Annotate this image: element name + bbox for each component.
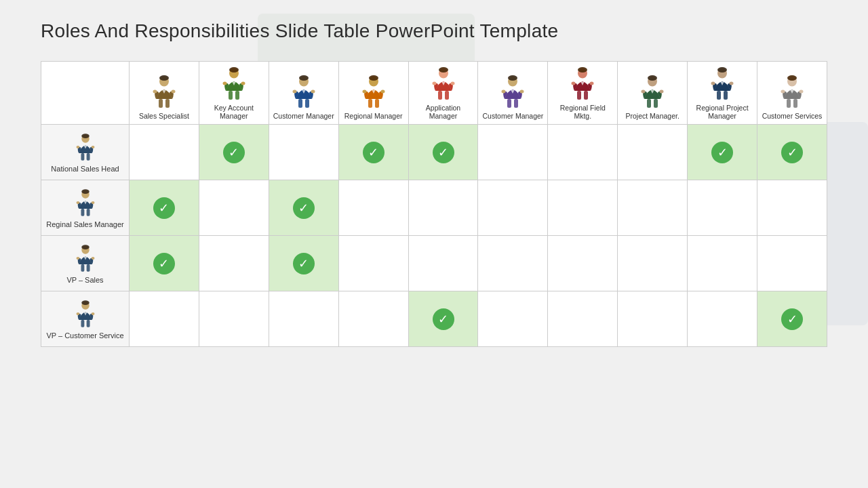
svg-point-74: [76, 256, 79, 259]
cell-r2-c2: ✓: [269, 236, 338, 291]
header-label-2: Customer Manager: [273, 112, 334, 120]
header-col-7: Project Manager.: [618, 62, 688, 125]
table-row: VP – Sales ✓✓: [41, 236, 827, 291]
svg-point-67: [81, 189, 89, 194]
svg-point-33: [520, 90, 524, 94]
cell-r1-c5: [478, 180, 548, 236]
svg-rect-83: [86, 320, 90, 327]
svg-rect-70: [81, 209, 84, 216]
svg-rect-17: [305, 99, 309, 108]
cell-r1-c1: [199, 180, 269, 236]
cell-r1-c8: [688, 180, 757, 236]
svg-point-51: [730, 82, 734, 85]
check-mark: ✓: [433, 308, 454, 330]
cell-r0-c2: [269, 125, 338, 180]
header-label-0: Sales Specialist: [139, 112, 189, 120]
header-col-9: Customer Services: [757, 62, 827, 125]
svg-point-80: [76, 312, 79, 314]
header-label-7: Project Manager.: [625, 112, 679, 120]
svg-point-14: [292, 90, 296, 94]
svg-rect-23: [375, 99, 379, 108]
cell-r3-c6: [548, 291, 618, 347]
header-col-3: Regional Manager: [338, 62, 408, 125]
svg-point-2: [153, 90, 157, 94]
header-label-8: Regional Project Manager: [690, 104, 754, 120]
main-content: Roles And Responsibilities Slide Table P…: [0, 0, 868, 361]
svg-point-19: [369, 75, 378, 81]
header-col-4: Application Manager: [408, 62, 478, 125]
cell-r2-c7: [618, 236, 688, 291]
cell-r0-c4: ✓: [408, 125, 478, 180]
svg-point-63: [91, 145, 94, 148]
svg-rect-41: [584, 91, 588, 100]
cell-r3-c8: [688, 291, 757, 347]
svg-point-21: [380, 90, 384, 94]
svg-point-79: [81, 300, 89, 305]
header-icon-3: [358, 74, 389, 109]
svg-point-37: [578, 67, 587, 73]
header-icon-2: [288, 74, 319, 109]
svg-rect-47: [654, 99, 658, 108]
svg-point-32: [502, 90, 506, 94]
cell-r1-c2: ✓: [269, 180, 338, 236]
svg-rect-65: [86, 153, 90, 161]
row-label-1: Reginal Sales Manager: [41, 180, 130, 236]
svg-point-55: [787, 75, 797, 81]
check-mark: ✓: [433, 142, 454, 163]
cell-r2-c8: [688, 236, 757, 291]
cell-r2-c6: [548, 236, 618, 291]
svg-rect-22: [368, 99, 372, 108]
svg-point-73: [81, 245, 89, 249]
row-icon-3: [72, 299, 99, 329]
cell-r1-c4: [408, 180, 478, 236]
cell-r3-c5: [478, 291, 548, 347]
svg-point-8: [222, 82, 226, 85]
svg-rect-71: [86, 209, 90, 216]
svg-rect-34: [507, 99, 511, 108]
svg-point-1: [159, 75, 169, 81]
svg-rect-52: [717, 91, 721, 100]
row-icon-0: [72, 132, 99, 162]
check-mark: ✓: [153, 253, 175, 274]
svg-point-25: [439, 67, 448, 73]
cell-r2-c3: [338, 236, 408, 291]
svg-point-68: [76, 201, 79, 203]
cell-r3-c1: [199, 291, 269, 347]
svg-rect-4: [159, 99, 163, 108]
cell-r1-c7: [618, 180, 688, 236]
header-label-1: Key Account Manager: [202, 104, 266, 120]
check-mark: ✓: [363, 142, 384, 163]
cell-r2-c0: ✓: [130, 236, 199, 291]
table-container: Sales Specialist Key Account Manager: [41, 61, 827, 347]
row-title-3: VP – Customer Service: [46, 331, 123, 340]
page-title: Roles And Responsibilities Slide Table P…: [41, 20, 827, 42]
cell-r0-c8: ✓: [688, 125, 757, 180]
cell-r3-c7: [618, 291, 688, 347]
cell-r1-c3: [338, 180, 408, 236]
row-label-2: VP – Sales: [41, 236, 130, 291]
svg-rect-58: [787, 99, 791, 108]
table-row: Reginal Sales Manager ✓✓: [41, 180, 827, 236]
svg-rect-40: [577, 91, 581, 100]
row-icon-2: [72, 243, 99, 273]
header-col-2: Customer Manager: [269, 62, 338, 125]
svg-point-49: [717, 67, 727, 73]
svg-point-38: [572, 82, 576, 85]
cell-r0-c0: [130, 125, 199, 180]
svg-point-26: [432, 82, 436, 85]
svg-point-15: [311, 90, 315, 94]
header-icon-7: [637, 74, 668, 109]
cell-r0-c5: [478, 125, 548, 180]
cell-r3-c9: ✓: [757, 291, 827, 347]
cell-r3-c4: ✓: [408, 291, 478, 347]
cell-r0-c6: [548, 125, 618, 180]
svg-rect-59: [793, 99, 797, 108]
header-label-4: Application Manager: [412, 104, 475, 120]
table-header-row: Sales Specialist Key Account Manager: [41, 62, 827, 125]
svg-point-43: [648, 75, 657, 81]
svg-point-62: [76, 145, 79, 148]
svg-point-9: [241, 82, 245, 85]
svg-point-3: [171, 90, 175, 94]
header-label-9: Customer Services: [762, 112, 823, 120]
svg-rect-10: [229, 91, 233, 100]
